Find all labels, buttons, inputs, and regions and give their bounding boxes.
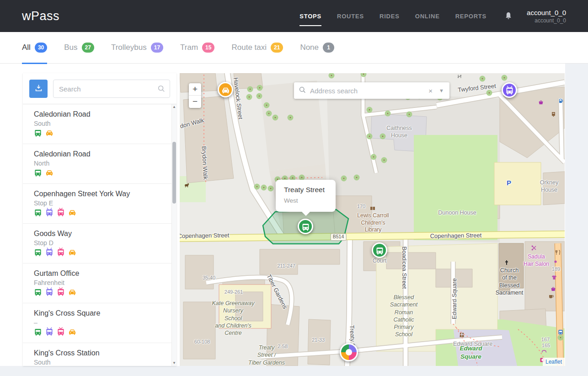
- taxi-icon: [68, 327, 76, 338]
- forkknife-icon: [555, 249, 561, 257]
- export-button[interactable]: [29, 80, 48, 98]
- tree-icon: [246, 94, 252, 100]
- tab-trolleybus[interactable]: Trolleybus17: [111, 32, 163, 64]
- tab-route-taxi[interactable]: Route taxi21: [231, 32, 283, 64]
- stop-list-item[interactable]: King's Cross StationSouth: [23, 343, 171, 366]
- tree-icon: [273, 115, 278, 121]
- bottom-strip: [0, 366, 588, 376]
- nav-item-rides[interactable]: RIDES: [380, 0, 400, 32]
- scissors-icon: [531, 244, 537, 252]
- tram-icon: [57, 327, 65, 338]
- tab-bus[interactable]: Bus27: [64, 32, 94, 64]
- taxi-icon: [68, 287, 76, 298]
- cup-icon: [548, 292, 554, 301]
- sidebar-scrollbar[interactable]: ▲ ▼: [171, 104, 176, 366]
- map-attribution[interactable]: Leaflet: [543, 358, 565, 366]
- stops-sidebar: Caledonian RoadSouthCaledonian RoadNorth…: [23, 73, 176, 366]
- tab-count-badge: 27: [82, 43, 94, 53]
- stop-list-item[interactable]: Goods WayStop D: [23, 224, 171, 263]
- stop-transport-modes: [34, 249, 164, 258]
- map-label: Court: [373, 257, 387, 264]
- tram-icon: [57, 247, 65, 258]
- nav-item-routes[interactable]: ROUTES: [337, 0, 364, 32]
- nav-item-online[interactable]: ONLINE: [415, 0, 440, 32]
- tree-icon: [254, 184, 260, 190]
- busstop-icon: [558, 328, 563, 337]
- stop-subtitle: Fahrenheit: [34, 279, 164, 286]
- stop-title: Caledonian Road: [34, 110, 164, 118]
- clear-icon[interactable]: ×: [427, 87, 434, 95]
- taxi-icon: [68, 247, 76, 258]
- bus-stop-marker[interactable]: [372, 242, 387, 258]
- stop-subtitle: South: [34, 359, 164, 366]
- notifications-bell-icon[interactable]: [504, 11, 513, 21]
- stop-list-item[interactable]: Caledonian RoadSouth: [23, 104, 171, 144]
- stop-list-item[interactable]: Copenhagen Street York WayStop E: [23, 184, 171, 224]
- scrollbar-thumb[interactable]: [172, 142, 176, 204]
- stop-list-item[interactable]: Gurtam OfficeFahrenheit: [23, 263, 171, 303]
- stop-transport-modes: [34, 170, 164, 178]
- account-menu[interactable]: account_0_0 account_0_0: [527, 9, 566, 24]
- bus-stop-selected-marker[interactable]: [298, 219, 313, 234]
- tree-icon: [385, 111, 391, 117]
- tree-icon: [380, 134, 386, 140]
- map-label: B514: [331, 233, 347, 241]
- tab-all[interactable]: All30: [22, 32, 47, 64]
- chevron-down-icon[interactable]: ▼: [438, 88, 445, 93]
- tab-count-badge: 1: [323, 43, 334, 53]
- map-label: Edward Square: [460, 344, 482, 360]
- map-label: P: [507, 178, 511, 188]
- search-input[interactable]: [53, 80, 170, 98]
- scroll-up-arrow[interactable]: ▲: [172, 104, 176, 110]
- nav-item-stops[interactable]: STOPS: [299, 0, 321, 32]
- tree-icon: [266, 111, 272, 117]
- map-label: 165: [542, 342, 550, 349]
- stop-transport-modes: [34, 130, 164, 139]
- nav-item-reports[interactable]: REPORTS: [455, 0, 486, 32]
- stops-cluster-marker[interactable]: [340, 343, 358, 361]
- tab-count-badge: 21: [271, 43, 283, 53]
- tab-label: Tram: [180, 43, 198, 52]
- zoom-out-button[interactable]: −: [189, 96, 201, 108]
- fuel-icon: [558, 97, 564, 105]
- bus-icon: [34, 168, 42, 178]
- map-label: 60-108: [194, 338, 210, 345]
- tree-icon: [480, 76, 486, 82]
- taxi-stop-marker[interactable]: [218, 82, 233, 97]
- tab-none[interactable]: None1: [300, 32, 334, 64]
- tree-icon: [257, 85, 263, 91]
- stop-subtitle: South: [34, 120, 164, 127]
- trolleybus-stop-marker[interactable]: [502, 82, 517, 98]
- address-search-input[interactable]: [310, 87, 423, 95]
- trolleybus-icon: [45, 287, 53, 298]
- map-label: Edward Square: [451, 278, 459, 319]
- map-label: Treaty Street / Tiber Gardens: [248, 344, 285, 366]
- map-canvas[interactable]: Havelock Streetdon WalkBrydon WalkTwyfor…: [180, 73, 565, 366]
- stop-list-item[interactable]: Caledonian RoadNorth: [23, 144, 171, 184]
- stop-subtitle: Stop E: [34, 199, 164, 207]
- tree-icon: [261, 185, 267, 191]
- tab-label: None: [300, 43, 319, 52]
- right-gutter: [565, 64, 588, 376]
- scroll-down-arrow[interactable]: ▼: [172, 360, 176, 366]
- top-navbar: wPass STOPSROUTESRIDESONLINEREPORTS acco…: [0, 0, 588, 32]
- map-label: Copenhagen Street: [180, 232, 230, 241]
- sidebar-header: [23, 73, 176, 104]
- map-label: 249-261: [225, 289, 243, 295]
- stop-list-item[interactable]: King's Cross Square–: [23, 303, 171, 343]
- zoom-in-button[interactable]: +: [189, 83, 201, 96]
- tab-label: Trolleybus: [111, 43, 147, 52]
- tab-tram[interactable]: Tram15: [180, 32, 214, 64]
- tree-icon: [341, 176, 347, 182]
- popup-title: Treaty Street: [284, 186, 336, 194]
- tab-label: Route taxi: [231, 43, 267, 52]
- eyelash-icon: [541, 348, 547, 356]
- tree-icon: [406, 112, 412, 118]
- app-logo[interactable]: wPass: [22, 9, 59, 23]
- persons-icon: [459, 331, 465, 339]
- tab-label: All: [22, 43, 31, 52]
- popup-subtitle: West: [284, 197, 336, 204]
- tree-icon: [381, 157, 387, 163]
- bus-icon: [34, 208, 42, 218]
- tree-icon: [288, 115, 294, 121]
